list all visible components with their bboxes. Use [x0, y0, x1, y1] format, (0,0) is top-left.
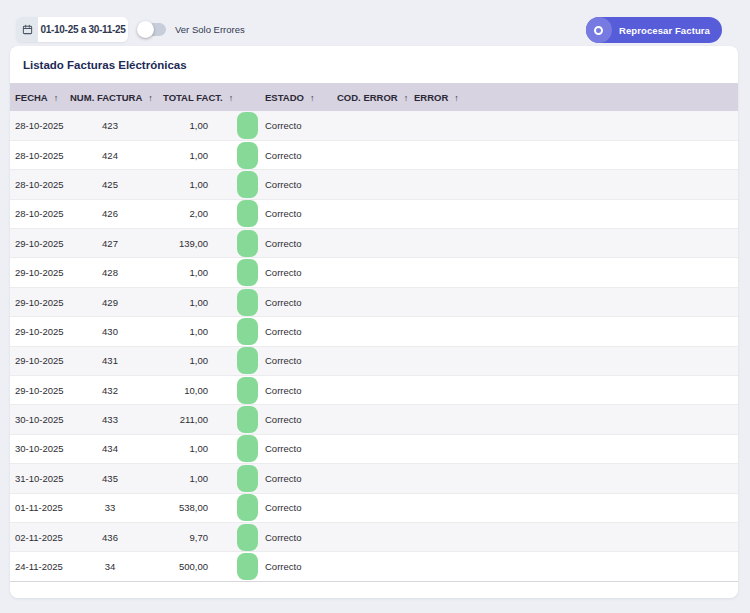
- cell-total-fact: 1,00: [154, 434, 222, 463]
- table-row[interactable]: 30-10-2025433211,00Correcto: [10, 405, 738, 434]
- sort-asc-icon: ↑: [454, 93, 459, 103]
- cell-estado: Correcto: [222, 258, 327, 287]
- column-label: COD. ERROR: [337, 92, 398, 103]
- cell-fecha: 31-10-2025: [10, 464, 66, 493]
- cell-estado: Correcto: [222, 464, 327, 493]
- status-ok-badge: [237, 406, 258, 433]
- status-ok-badge: [237, 171, 258, 198]
- cell-fecha: 28-10-2025: [10, 199, 66, 228]
- column-header-error[interactable]: ERROR↑: [410, 83, 738, 111]
- reprocesar-factura-button[interactable]: Reprocesar Factura: [586, 17, 722, 43]
- table-row[interactable]: 29-10-202543210,00Correcto: [10, 376, 738, 405]
- status-ok-badge: [237, 318, 258, 345]
- cell-num-factura: 33: [66, 493, 154, 522]
- table-row[interactable]: 28-10-20254251,00Correcto: [10, 170, 738, 199]
- cell-error: [410, 140, 738, 169]
- cell-total-fact: 139,00: [154, 229, 222, 258]
- estado-text: Correcto: [265, 267, 301, 278]
- cell-estado: Correcto: [222, 229, 327, 258]
- table-row[interactable]: 28-10-20254241,00Correcto: [10, 140, 738, 169]
- cell-fecha: 29-10-2025: [10, 229, 66, 258]
- cell-total-fact: 500,00: [154, 552, 222, 581]
- table-row[interactable]: 31-10-20254351,00Correcto: [10, 464, 738, 493]
- table-row[interactable]: 29-10-2025427139,00Correcto: [10, 229, 738, 258]
- cell-cod-error: [327, 258, 410, 287]
- table-body: 28-10-20254231,00Correcto28-10-20254241,…: [10, 111, 738, 581]
- cell-cod-error: [327, 552, 410, 581]
- cell-fecha: 29-10-2025: [10, 346, 66, 375]
- column-header-num[interactable]: NUM. FACTURA↑: [66, 83, 154, 111]
- status-ok-badge: [237, 230, 258, 257]
- status-ok-badge: [237, 465, 258, 492]
- table-header-row: FECHA↑NUM. FACTURA↑TOTAL FACT.↑ESTADO↑CO…: [10, 83, 738, 111]
- cell-estado: Correcto: [222, 522, 327, 551]
- cell-fecha: 29-10-2025: [10, 258, 66, 287]
- table-row[interactable]: 28-10-20254231,00Correcto: [10, 111, 738, 140]
- column-header-total[interactable]: TOTAL FACT.↑: [154, 83, 222, 111]
- cell-total-fact: 1,00: [154, 258, 222, 287]
- cell-cod-error: [327, 464, 410, 493]
- cell-estado: Correcto: [222, 111, 327, 140]
- table-row[interactable]: 24-11-202534500,00Correcto: [10, 552, 738, 581]
- cell-cod-error: [327, 111, 410, 140]
- cell-cod-error: [327, 376, 410, 405]
- status-ok-badge: [237, 289, 258, 316]
- table-row[interactable]: 29-10-20254311,00Correcto: [10, 346, 738, 375]
- cell-cod-error: [327, 229, 410, 258]
- cell-estado: Correcto: [222, 434, 327, 463]
- cell-fecha: 30-10-2025: [10, 434, 66, 463]
- cell-num-factura: 424: [66, 140, 154, 169]
- cell-error: [410, 522, 738, 551]
- cell-cod-error: [327, 140, 410, 169]
- column-header-estado[interactable]: ESTADO↑: [222, 83, 327, 111]
- cell-num-factura: 431: [66, 346, 154, 375]
- cell-estado: Correcto: [222, 493, 327, 522]
- column-label: NUM. FACTURA: [70, 92, 142, 103]
- cell-error: [410, 405, 738, 434]
- estado-text: Correcto: [265, 355, 301, 366]
- date-range-picker[interactable]: [16, 17, 128, 42]
- table-row[interactable]: 29-10-20254281,00Correcto: [10, 258, 738, 287]
- table-row[interactable]: 29-10-20254301,00Correcto: [10, 317, 738, 346]
- estado-text: Correcto: [265, 297, 301, 308]
- table-row[interactable]: 02-11-20254369,70Correcto: [10, 522, 738, 551]
- date-range-input[interactable]: [38, 17, 128, 42]
- cell-total-fact: 1,00: [154, 346, 222, 375]
- ver-solo-errores-toggle[interactable]: [138, 23, 166, 36]
- estado-text: Correcto: [265, 326, 301, 337]
- cell-num-factura: 34: [66, 552, 154, 581]
- column-header-fecha[interactable]: FECHA↑: [10, 83, 66, 111]
- estado-text: Correcto: [265, 120, 301, 131]
- column-label: TOTAL FACT.: [163, 92, 223, 103]
- status-ok-badge: [237, 553, 258, 580]
- calendar-button[interactable]: [16, 17, 38, 42]
- cell-num-factura: 435: [66, 464, 154, 493]
- cell-num-factura: 432: [66, 376, 154, 405]
- table-row[interactable]: 29-10-20254291,00Correcto: [10, 287, 738, 316]
- cell-error: [410, 317, 738, 346]
- cell-estado: Correcto: [222, 552, 327, 581]
- cell-cod-error: [327, 405, 410, 434]
- cell-estado: Correcto: [222, 170, 327, 199]
- column-header-cod[interactable]: COD. ERROR↑: [327, 83, 410, 111]
- table-row[interactable]: 30-10-20254341,00Correcto: [10, 434, 738, 463]
- status-ok-badge: [237, 112, 258, 139]
- sort-asc-icon: ↑: [148, 93, 153, 103]
- calendar-icon: [22, 24, 33, 35]
- cell-error: [410, 111, 738, 140]
- cell-num-factura: 433: [66, 405, 154, 434]
- topbar: Ver Solo Errores Reprocesar Factura: [0, 0, 750, 46]
- cell-fecha: 28-10-2025: [10, 111, 66, 140]
- status-ok-badge: [237, 259, 258, 286]
- cell-total-fact: 2,00: [154, 199, 222, 228]
- reprocesar-factura-label: Reprocesar Factura: [619, 25, 710, 36]
- column-label: ERROR: [414, 92, 448, 103]
- table-row[interactable]: 28-10-20254262,00Correcto: [10, 199, 738, 228]
- cell-estado: Correcto: [222, 317, 327, 346]
- cell-num-factura: 430: [66, 317, 154, 346]
- cell-cod-error: [327, 493, 410, 522]
- column-label: ESTADO: [265, 92, 304, 103]
- estado-text: Correcto: [265, 561, 301, 572]
- cell-fecha: 30-10-2025: [10, 405, 66, 434]
- table-row[interactable]: 01-11-202533538,00Correcto: [10, 493, 738, 522]
